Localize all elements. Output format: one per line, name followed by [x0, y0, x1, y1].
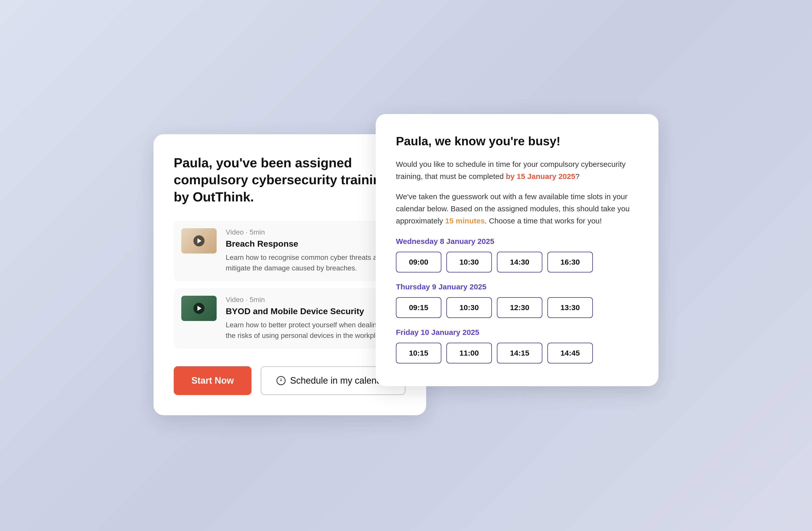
module-title: Breach Response [226, 239, 398, 249]
module-list: Video · 5min Breach Response Learn how t… [174, 221, 406, 349]
schedule-title: Paula, we know you're busy! [396, 134, 638, 148]
play-button[interactable] [193, 303, 204, 314]
module-item: Video · 5min Breach Response Learn how t… [174, 221, 406, 281]
start-now-button[interactable]: Start Now [174, 366, 251, 395]
time-slot[interactable]: 12:30 [497, 297, 542, 318]
cards-container: Paula, you've been assigned compulsory c… [154, 114, 658, 417]
play-button[interactable] [193, 235, 204, 247]
time-slot[interactable]: 10:30 [446, 297, 492, 318]
module-info: Video · 5min BYOD and Mobile Device Secu… [226, 296, 398, 341]
time-slot[interactable]: 14:30 [497, 252, 542, 273]
card-actions: Start Now Schedule in my calendar [174, 366, 406, 395]
module-description: Learn how to recognise common cyber thre… [226, 252, 398, 274]
day-label-friday: Friday 10 January 2025 [396, 328, 638, 337]
time-slot[interactable]: 09:00 [396, 252, 441, 273]
time-slot[interactable]: 11:00 [446, 343, 492, 363]
time-slots-friday: 10:15 11:00 14:15 14:45 [396, 343, 638, 363]
time-slot[interactable]: 14:45 [547, 343, 593, 363]
body-paragraph: We've taken the guesswork out with a few… [396, 191, 638, 227]
clock-icon [276, 376, 286, 385]
deadline-highlight: by 15 January 2025 [506, 172, 575, 180]
intro-text-2: ? [575, 172, 579, 180]
day-label-wednesday: Wednesday 8 January 2025 [396, 237, 638, 246]
body-text-2: . Choose a time that works for you! [485, 216, 602, 225]
module-info: Video · 5min Breach Response Learn how t… [226, 228, 398, 274]
assignment-title: Paula, you've been assigned compulsory c… [174, 154, 406, 206]
schedule-card: Paula, we know you're busy! Would you li… [376, 114, 658, 386]
time-slot[interactable]: 14:15 [497, 343, 542, 363]
intro-paragraph: Would you like to schedule in time for y… [396, 158, 638, 182]
module-item: Video · 5min BYOD and Mobile Device Secu… [174, 288, 406, 349]
schedule-label: Schedule in my calendar [290, 375, 390, 386]
time-slot[interactable]: 10:30 [446, 252, 492, 273]
day-label-thursday: Thursday 9 January 2025 [396, 282, 638, 291]
time-slot[interactable]: 16:30 [547, 252, 593, 273]
module-title: BYOD and Mobile Device Security [226, 306, 398, 316]
module-thumbnail-breach [181, 228, 217, 253]
time-slot[interactable]: 09:15 [396, 297, 441, 318]
module-meta: Video · 5min [226, 296, 398, 304]
module-meta: Video · 5min [226, 228, 398, 236]
module-thumbnail-byod [181, 296, 217, 321]
time-slot[interactable]: 10:15 [396, 343, 441, 363]
module-description: Learn how to better protect yourself whe… [226, 320, 398, 341]
time-slots-wednesday: 09:00 10:30 14:30 16:30 [396, 252, 638, 273]
duration-highlight: 15 minutes [445, 216, 485, 225]
time-slots-thursday: 09:15 10:30 12:30 13:30 [396, 297, 638, 318]
time-slot[interactable]: 13:30 [547, 297, 593, 318]
